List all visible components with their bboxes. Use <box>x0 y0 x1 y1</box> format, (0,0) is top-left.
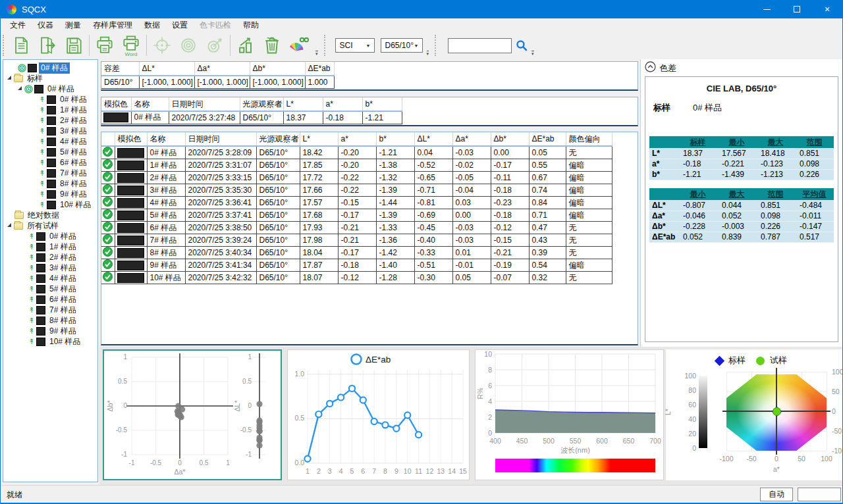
column-header[interactable]: ΔE*ab <box>529 132 566 146</box>
reflectance-chart[interactable]: 0246810400450500550600650700R%波长(nm) <box>475 349 664 480</box>
maximize-button[interactable] <box>782 0 812 18</box>
save-icon[interactable] <box>61 32 87 59</box>
column-header[interactable]: b* <box>376 132 414 146</box>
tree-item[interactable]: ↟8# 样品 <box>3 315 97 326</box>
tree-item[interactable]: 标样 <box>3 73 97 84</box>
delete-icon[interactable] <box>259 32 285 59</box>
illuminant-select[interactable]: D65/10° ▼ <box>381 38 423 53</box>
tree-item[interactable]: ↟6# 样品 <box>3 157 97 168</box>
print-word-icon[interactable]: Word <box>118 32 144 59</box>
table-row[interactable]: 5# 样品2020/7/25 3:37:41D65/10°17.68-0.17-… <box>101 209 638 222</box>
tree-item[interactable]: ↟4# 样品 <box>3 136 97 147</box>
tree-item[interactable]: ↟5# 样品 <box>3 147 97 157</box>
menu-item[interactable]: 文件 <box>4 18 32 32</box>
search-icon[interactable] <box>516 39 528 51</box>
tree-expander-icon[interactable] <box>7 223 11 227</box>
trend-chart-icon[interactable] <box>232 32 259 59</box>
column-header[interactable]: Δa* <box>194 62 250 76</box>
menu-item[interactable]: 测量 <box>59 18 87 32</box>
tree-item[interactable]: ↟0# 样品 <box>3 94 97 105</box>
table-row[interactable]: 0# 样品2020/7/25 3:28:09D65/10°18.42-0.20-… <box>101 146 638 159</box>
tree-item[interactable]: 0# 样品 <box>3 84 97 94</box>
table-row[interactable]: 6# 样品2020/7/25 3:38:50D65/10°17.93-0.21-… <box>101 222 638 234</box>
column-header[interactable]: ΔE*ab <box>305 62 334 76</box>
table-row[interactable]: 8# 样品2020/7/25 3:40:34D65/10°18.04-0.17-… <box>101 247 638 259</box>
tree-item[interactable]: ↟9# 样品 <box>3 189 97 199</box>
minimize-button[interactable] <box>751 0 782 18</box>
column-header[interactable]: 光源观察者 <box>256 132 300 146</box>
tree-item[interactable]: 0# 样品 <box>3 63 97 73</box>
table-row[interactable]: 1# 样品2020/7/25 3:31:07D65/10°17.85-0.20-… <box>101 159 638 172</box>
delta-ab-scatter-chart[interactable]: -1-0.500.51-1-0.500.51Δb*Δa*-1-0.500.51Δ… <box>103 349 282 480</box>
table-row[interactable]: 10# 样品2020/7/25 3:42:32D65/10°18.07-0.12… <box>101 272 638 284</box>
new-document-icon[interactable] <box>8 32 34 59</box>
menu-item[interactable]: 数据 <box>138 18 166 32</box>
menu-item[interactable]: 仪器 <box>32 18 59 32</box>
color-match-icon[interactable] <box>285 32 312 59</box>
menu-item[interactable]: 存样库管理 <box>87 18 138 32</box>
column-header[interactable]: Δb* <box>491 132 529 146</box>
column-header[interactable]: 名称 <box>131 97 169 111</box>
tree-item[interactable]: ↟3# 样品 <box>3 263 97 273</box>
tree-expander-icon[interactable] <box>7 76 11 80</box>
column-header[interactable]: a* <box>323 97 362 111</box>
column-header[interactable]: ΔL* <box>414 132 452 146</box>
tree-item[interactable]: 绝对数据 <box>3 210 97 220</box>
tree-item[interactable]: ↟1# 样品 <box>3 105 97 115</box>
column-header[interactable]: 容差 <box>101 62 139 76</box>
tree-item[interactable]: ↟5# 样品 <box>3 284 97 294</box>
tree-item[interactable]: ↟9# 样品 <box>3 326 97 336</box>
column-header[interactable]: 颜色偏向 <box>566 132 612 146</box>
table-row[interactable]: 0# 样品2020/7/25 3:27:48D65/10°18.37-0.18-… <box>101 111 638 124</box>
tree-item[interactable]: ↟7# 样品 <box>3 168 97 178</box>
delta-e-trend-chart[interactable]: ΔE*ab0.00.51.0123456789101112131415 <box>287 349 470 480</box>
tree-item[interactable]: ↟2# 样品 <box>3 252 97 263</box>
column-header[interactable]: 名称 <box>147 132 185 146</box>
print-icon[interactable] <box>92 32 118 59</box>
table-row[interactable]: 2# 样品2020/7/25 3:33:15D65/10°17.72-0.22-… <box>101 172 638 184</box>
close-button[interactable]: × <box>812 0 842 18</box>
tree-item[interactable]: ↟0# 样品 <box>3 231 97 241</box>
table-row[interactable]: 3# 样品2020/7/25 3:35:30D65/10°17.66-0.22-… <box>101 184 638 197</box>
tree-expander-icon[interactable] <box>18 86 22 90</box>
menu-item[interactable]: 设置 <box>166 18 194 32</box>
column-header[interactable]: ΔL* <box>139 62 194 76</box>
tree-item[interactable]: ↟8# 样品 <box>3 178 97 189</box>
toolbar-grip[interactable] <box>435 35 437 56</box>
toolbar-grip[interactable] <box>324 35 327 56</box>
column-header[interactable]: 光源观察者 <box>240 97 283 111</box>
mode-select[interactable]: SCI ▼ <box>335 38 375 53</box>
column-header[interactable]: L* <box>300 132 338 146</box>
column-header[interactable] <box>101 132 115 146</box>
toolbar-overflow-icon[interactable]: ▾ <box>531 51 534 56</box>
lab-gamut-chart[interactable]: 标样试样100806040200L*-100-50050100a*100500-… <box>666 349 842 480</box>
tree-item[interactable]: ↟2# 样品 <box>3 115 97 126</box>
tree-item[interactable]: ↟1# 样品 <box>3 241 97 252</box>
search-input[interactable] <box>448 38 512 53</box>
export-icon[interactable] <box>34 32 61 59</box>
tree-item[interactable]: ↟10# 样品 <box>3 199 97 210</box>
tree-item[interactable]: ↟7# 样品 <box>3 305 97 315</box>
column-header[interactable]: a* <box>338 132 376 146</box>
menu-item[interactable]: 色卡匹检 <box>194 18 237 32</box>
column-header[interactable]: b* <box>362 97 402 111</box>
tree-item[interactable]: ↟6# 样品 <box>3 294 97 305</box>
toolbar-overflow-icon[interactable]: ▾ <box>315 51 318 56</box>
tree-item[interactable]: ↟3# 样品 <box>3 126 97 136</box>
table-row[interactable]: 9# 样品2020/7/25 3:41:34D65/10°17.87-0.18-… <box>101 259 638 272</box>
column-header[interactable]: Δa* <box>452 132 491 146</box>
collapse-icon[interactable] <box>645 61 656 75</box>
table-row[interactable]: D65/10°[-1.000, 1.000][-1.000, 1.000][-1… <box>101 76 638 88</box>
column-header[interactable]: L* <box>283 97 323 111</box>
tree-item[interactable]: 所有试样 <box>3 220 97 231</box>
menu-item[interactable]: 帮助 <box>237 18 265 32</box>
auto-button[interactable]: 自动 <box>760 488 793 501</box>
toolbar-grip[interactable] <box>3 35 5 56</box>
column-header[interactable]: 日期时间 <box>169 97 240 111</box>
toolbar-overflow-icon[interactable]: ▾ <box>427 51 429 56</box>
column-header[interactable]: 模拟色 <box>101 97 131 111</box>
column-header[interactable]: Δb* <box>250 62 305 76</box>
tree-item[interactable]: ↟10# 样品 <box>3 336 97 347</box>
column-header[interactable]: 模拟色 <box>115 132 147 146</box>
column-header[interactable]: 日期时间 <box>185 132 256 146</box>
